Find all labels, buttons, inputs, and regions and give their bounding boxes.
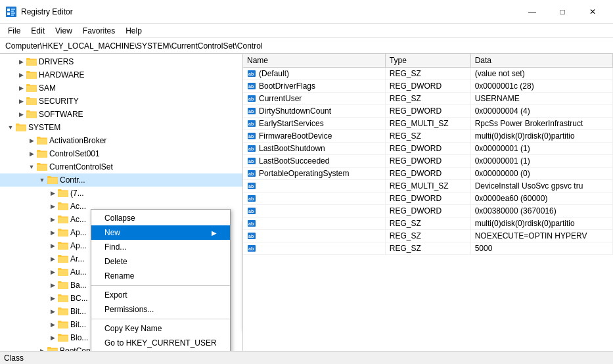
expand-icon-sub5: ▶ [47, 240, 58, 251]
cell-name: ab FirmwareBootDevice [243, 129, 385, 142]
table-row[interactable]: ab REG_DWORD0x0000ea60 (60000) [243, 192, 613, 204]
cell-data: 0x00000001 (1) [470, 154, 612, 167]
folder-icon-sub9 [58, 293, 68, 304]
svg-rect-3 [11, 9, 15, 10]
expand-icon-sub7: ▶ [47, 267, 58, 277]
folder-icon-currentcontrolset [37, 162, 47, 172]
menu-help[interactable]: Help [120, 25, 147, 37]
table-row[interactable]: ab PortableOperatingSystemREG_DWORD0x000… [243, 167, 613, 179]
reg-value-icon: ab [247, 156, 256, 166]
status-text: Class [4, 353, 24, 363]
tree-item-control[interactable]: ▼ Contr... [0, 173, 242, 187]
tree-label-controlset001: ControlSet001 [49, 149, 100, 158]
cell-type: REG_SZ [385, 217, 470, 229]
cell-type: REG_MULTI_SZ [385, 117, 470, 129]
tree-label-system: SYSTEM [28, 123, 60, 132]
tree-label-sub9: BC... [70, 294, 88, 303]
ctx-rename-label: Rename [104, 271, 134, 281]
cell-type: REG_DWORD [385, 167, 470, 179]
ctx-delete[interactable]: Delete [91, 254, 230, 269]
table-row[interactable]: ab LastBootSucceededREG_DWORD0x00000001 … [243, 154, 613, 167]
minimize-button[interactable]: — [517, 0, 547, 24]
title-bar: Registry Editor — □ ✕ [0, 0, 613, 24]
ctx-export[interactable]: Export [91, 288, 230, 302]
folder-icon-drivers [26, 57, 37, 67]
svg-text:ab: ab [248, 184, 254, 189]
title-bar-left: Registry Editor [5, 6, 73, 18]
folder-icon-software [26, 109, 37, 120]
header-type: Type [385, 54, 470, 67]
table-row[interactable]: ab REG_SZ5000 [243, 242, 613, 254]
tree-item-sam[interactable]: ▶ SAM [0, 81, 242, 95]
cell-type: REG_DWORD [385, 154, 470, 167]
tree-item-drivers[interactable]: ▶ DRIVERS [0, 55, 242, 68]
tree-item-currentcontrolset[interactable]: ▼ CurrentControlSet [0, 160, 242, 173]
svg-text:ab: ab [248, 171, 254, 176]
context-menu: Collapse New ▶ Find... Delete Rename Exp… [91, 209, 231, 351]
ctx-copy-key-name-label: Copy Key Name [104, 324, 162, 333]
cell-data: DeviceInstall UsoSvc gpsvc tru [470, 179, 612, 192]
cell-type: REG_DWORD [385, 80, 470, 92]
cell-type: REG_DWORD [385, 204, 470, 217]
folder-icon-sub4 [58, 227, 68, 238]
table-row[interactable]: ab LastBootShutdownREG_DWORD0x00000001 (… [243, 142, 613, 154]
menu-bar: File Edit View Favorites Help [0, 24, 613, 38]
tree-label-sub6: Ar... [70, 254, 84, 263]
ctx-copy-key-name[interactable]: Copy Key Name [91, 321, 230, 336]
svg-text:ab: ab [248, 159, 254, 164]
ctx-find[interactable]: Find... [91, 240, 230, 254]
tree-label-currentcontrolset: CurrentControlSet [49, 162, 113, 171]
expand-icon-software: ▶ [16, 109, 26, 120]
ctx-rename[interactable]: Rename [91, 269, 230, 283]
expand-icon-activationbroker: ▶ [26, 135, 37, 146]
table-row[interactable]: ab FirmwareBootDeviceREG_SZmulti(0)disk(… [243, 129, 613, 142]
svg-rect-1 [7, 9, 10, 11]
tree-label-sub10: Bit... [70, 307, 86, 316]
cell-name: ab EarlyStartServices [243, 117, 385, 129]
tree-item-controlset001[interactable]: ▶ ControlSet001 [0, 147, 242, 160]
svg-text:ab: ab [248, 122, 254, 126]
table-row[interactable]: ab REG_SZmulti(0)disk(0)rdisk(0)partitio [243, 217, 613, 229]
tree-label-sam: SAM [39, 83, 56, 93]
table-row[interactable]: ab (Default)REG_SZ(value not set) [243, 67, 613, 80]
menu-file[interactable]: File [3, 25, 26, 37]
svg-text:ab: ab [248, 221, 254, 226]
ctx-new[interactable]: New ▶ [91, 225, 230, 240]
cell-data: RpcSs Power BrokerInfrastruct [470, 117, 612, 129]
svg-text:ab: ab [248, 84, 254, 89]
table-row[interactable]: ab REG_DWORD0x00380000 (3670016) [243, 204, 613, 217]
table-row[interactable]: ab CurrentUserREG_SZUSERNAME [243, 92, 613, 104]
tree-item-sub1[interactable]: ▶ (7... [0, 187, 242, 200]
submenu-new: Key String Value Binary Value DWORD (32-… [242, 220, 243, 330]
tree-item-system[interactable]: ▼ SYSTEM [0, 121, 242, 134]
menu-edit[interactable]: Edit [26, 25, 50, 37]
tree-label-drivers: DRIVERS [39, 57, 74, 66]
reg-value-icon: ab [247, 106, 256, 116]
status-bar: Class [0, 351, 613, 364]
ctx-permissions[interactable]: Permissions... [91, 302, 230, 317]
tree-item-security[interactable]: ▶ SECURITY [0, 95, 242, 108]
table-row[interactable]: ab DirtyShutdownCountREG_DWORD0x00000004… [243, 104, 613, 117]
tree-item-software[interactable]: ▶ SOFTWARE [0, 108, 242, 121]
table-row[interactable]: ab BootDriverFlagsREG_DWORD0x0000001c (2… [243, 80, 613, 92]
menu-favorites[interactable]: Favorites [78, 25, 120, 37]
cell-name: ab PortableOperatingSystem [243, 167, 385, 179]
ctx-goto-hkcu[interactable]: Go to HKEY_CURRENT_USER [91, 336, 230, 350]
tree-panel[interactable]: ▶ DRIVERS ▶ HARDWARE ▶ SAM [0, 54, 243, 351]
reg-value-icon: ab [247, 131, 256, 141]
cell-type: REG_DWORD [385, 104, 470, 117]
menu-view[interactable]: View [50, 25, 78, 37]
tree-label-control: Contr... [60, 175, 85, 185]
close-button[interactable]: ✕ [578, 0, 608, 24]
table-row[interactable]: ab EarlyStartServicesREG_MULTI_SZRpcSs P… [243, 117, 613, 129]
expand-icon-sub10: ▶ [47, 306, 58, 317]
row-name-label: ab BootDriverFlags [247, 81, 381, 91]
table-row[interactable]: ab REG_MULTI_SZDeviceInstall UsoSvc gpsv… [243, 179, 613, 192]
folder-icon-hardware [26, 70, 37, 80]
table-row[interactable]: ab REG_SZNOEXECUTE=OPTIN HYPERV [243, 229, 613, 242]
ctx-sep1 [91, 285, 230, 286]
tree-item-hardware[interactable]: ▶ HARDWARE [0, 68, 242, 81]
ctx-collapse[interactable]: Collapse [91, 211, 230, 225]
maximize-button[interactable]: □ [547, 0, 578, 24]
tree-item-activationbroker[interactable]: ▶ ActivationBroker [0, 134, 242, 147]
